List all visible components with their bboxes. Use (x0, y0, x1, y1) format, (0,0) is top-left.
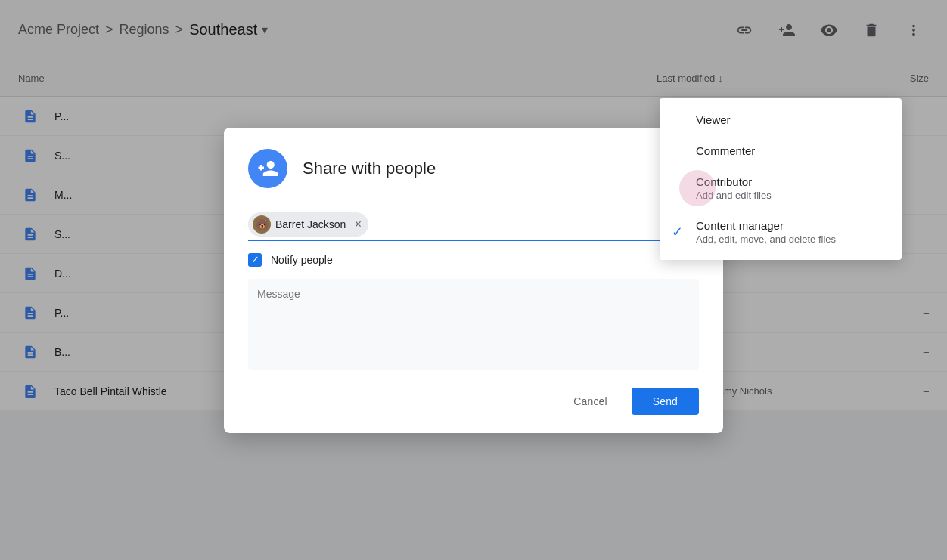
share-dialog: Share with people 🐻 Barret Jackson × ✓ N… (224, 128, 723, 433)
people-input-area[interactable]: 🐻 Barret Jackson × (248, 206, 699, 241)
notify-row: ✓ Notify people (248, 253, 699, 267)
dropdown-item-contributor[interactable]: Contributor Add and edit files (660, 166, 902, 210)
cancel-button[interactable]: Cancel (558, 388, 622, 415)
notify-checkbox[interactable]: ✓ (248, 253, 262, 267)
dropdown-item-desc: Add and edit files (696, 190, 886, 201)
checkmark-icon: ✓ (672, 224, 683, 240)
people-search-input[interactable] (371, 218, 699, 230)
message-textarea[interactable] (248, 279, 699, 370)
dropdown-item-content-manager[interactable]: ✓ Content manager Add, edit, move, and d… (660, 210, 902, 254)
dialog-header: Share with people (248, 149, 699, 188)
dropdown-item-label: Contributor (696, 175, 886, 188)
dialog-footer: Cancel Send (248, 388, 699, 415)
dropdown-item-label: Viewer (696, 113, 886, 126)
dialog-avatar-icon (248, 149, 287, 188)
dropdown-item-desc: Add, edit, move, and delete files (696, 234, 886, 245)
person-chip: 🐻 Barret Jackson × (248, 212, 368, 237)
dialog-title: Share with people (303, 159, 436, 178)
dropdown-item-label: Content manager (696, 219, 886, 232)
dropdown-item-commenter[interactable]: Commenter (660, 135, 902, 166)
role-dropdown-menu: Viewer Commenter Contributor Add and edi… (660, 98, 902, 260)
send-button[interactable]: Send (632, 388, 699, 415)
chip-remove-button[interactable]: × (350, 217, 365, 232)
dropdown-item-label: Commenter (696, 144, 886, 157)
dropdown-item-viewer[interactable]: Viewer (660, 104, 902, 135)
chip-name: Barret Jackson (275, 218, 346, 230)
modal-overlay[interactable]: Share with people 🐻 Barret Jackson × ✓ N… (0, 0, 947, 560)
notify-label: Notify people (271, 254, 333, 266)
chip-avatar: 🐻 (253, 215, 271, 234)
